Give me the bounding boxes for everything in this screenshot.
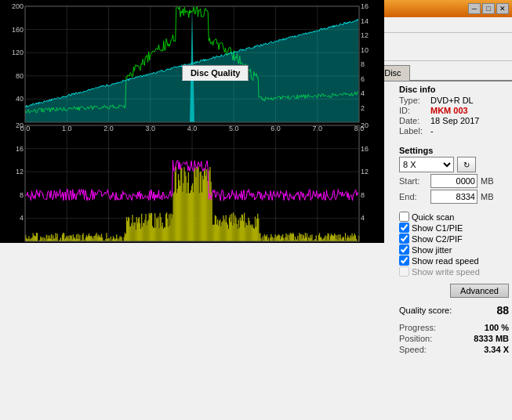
position-value: 8333 MB: [474, 334, 509, 343]
position-row: Position: 8333 MB: [399, 334, 509, 343]
start-input[interactable]: [430, 174, 478, 188]
show-read-speed-label: Show read speed: [412, 256, 479, 266]
end-row: End: MB: [399, 190, 509, 204]
disc-info-title: Disc info: [399, 85, 509, 94]
date-value: 18 Sep 2017: [430, 116, 479, 125]
title-bar-controls: ─ □ ✕: [468, 3, 509, 14]
start-label: Start:: [399, 176, 427, 186]
progress-value: 100 %: [485, 323, 509, 332]
speed-value: 3.34 X: [484, 345, 509, 354]
progress-row: Progress: 100 %: [399, 323, 509, 332]
date-row: Date: 18 Sep 2017: [399, 116, 509, 125]
quality-score-row: Quality score: 88: [399, 304, 509, 317]
position-label: Position:: [399, 334, 432, 343]
show-c1-pie-row: Show C1/PIE: [399, 223, 509, 233]
maximize-button[interactable]: □: [482, 3, 495, 14]
id-value: MKM 003: [430, 106, 468, 115]
label-row: Label: -: [399, 126, 509, 136]
show-write-speed-row: Show write speed: [399, 266, 509, 277]
date-label: Date:: [399, 116, 427, 125]
show-c2-pif-label: Show C2/PIF: [412, 234, 463, 244]
quick-scan-row: Quick scan: [399, 212, 509, 222]
main-content: Disc info Type: DVD+R DL ID: MKM 003 Dat…: [0, 81, 512, 420]
id-row: ID: MKM 003: [399, 106, 509, 115]
minimize-button[interactable]: ─: [468, 3, 481, 14]
disc-info-section: Disc info Type: DVD+R DL ID: MKM 003 Dat…: [399, 85, 509, 136]
tab-disc-quality[interactable]: Disc Quality: [182, 65, 249, 81]
speed-row-prog: Speed: 3.34 X: [399, 345, 509, 354]
label-label: Label:: [399, 126, 427, 136]
start-row: Start: MB: [399, 174, 509, 188]
start-unit: MB: [481, 176, 494, 186]
side-panel: Disc info Type: DVD+R DL ID: MKM 003 Dat…: [396, 81, 512, 420]
type-row: Type: DVD+R DL: [399, 96, 509, 105]
quick-scan-label: Quick scan: [412, 212, 454, 222]
quality-score-label: Quality score:: [399, 306, 452, 315]
speed-row: 8 X ↻: [399, 157, 509, 172]
show-read-speed-checkbox[interactable]: [399, 255, 409, 266]
speed-select[interactable]: 8 X: [399, 157, 454, 172]
quality-score-value: 88: [496, 304, 509, 317]
show-c1-pie-checkbox[interactable]: [399, 223, 409, 233]
show-jitter-checkbox[interactable]: [399, 244, 409, 255]
end-unit: MB: [481, 192, 494, 201]
progress-label: Progress:: [399, 323, 436, 332]
show-jitter-label: Show jitter: [412, 245, 452, 255]
type-label: Type:: [399, 96, 427, 105]
chart-canvas: [0, 0, 384, 243]
settings-title: Settings: [399, 146, 509, 155]
type-value: DVD+R DL: [430, 96, 474, 105]
id-label: ID:: [399, 106, 427, 115]
show-c2-pif-row: Show C2/PIF: [399, 234, 509, 244]
progress-section: Progress: 100 % Position: 8333 MB Speed:…: [399, 323, 509, 356]
speed-label: Speed:: [399, 345, 427, 354]
show-read-speed-row: Show read speed: [399, 255, 509, 266]
show-c2-pif-checkbox[interactable]: [399, 234, 409, 244]
end-label: End:: [399, 192, 427, 201]
label-value: -: [430, 126, 434, 136]
chart-container: [2, 84, 396, 420]
end-input[interactable]: [430, 190, 478, 204]
show-jitter-row: Show jitter: [399, 244, 509, 255]
show-write-speed-label: Show write speed: [412, 267, 480, 277]
quick-scan-checkbox[interactable]: [399, 212, 409, 222]
show-c1-pie-label: Show C1/PIE: [412, 223, 463, 233]
close-button[interactable]: ✕: [496, 3, 509, 14]
checkboxes-section: Quick scan Show C1/PIE Show C2/PIF Show …: [399, 212, 509, 277]
settings-section: Settings 8 X ↻ Start: MB End: MB: [399, 143, 509, 205]
show-write-speed-checkbox: [399, 266, 409, 277]
advanced-button[interactable]: Advanced: [450, 284, 509, 298]
speed-refresh-button[interactable]: ↻: [457, 157, 476, 172]
